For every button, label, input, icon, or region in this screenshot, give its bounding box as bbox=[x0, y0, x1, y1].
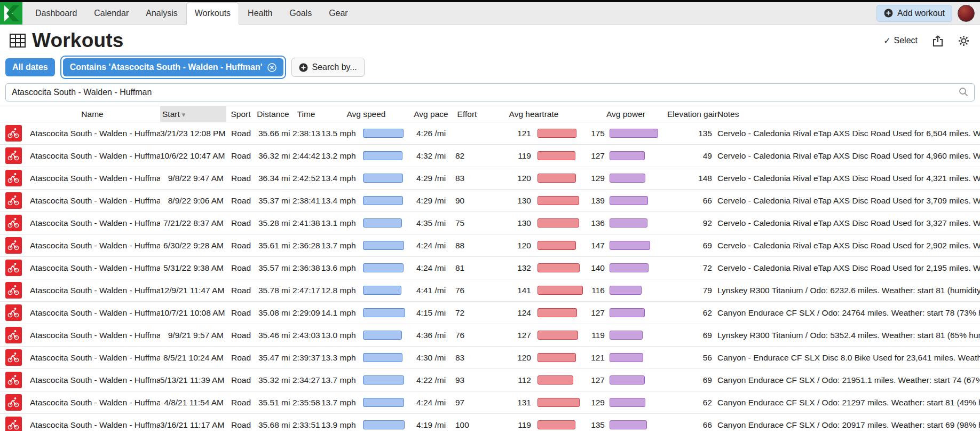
avg-power-value: 127 bbox=[584, 375, 605, 385]
avg-speed-value: 14.1 mph bbox=[321, 308, 353, 318]
workout-row[interactable]: Atascocita South - Walden - Huffman 8/9/… bbox=[0, 190, 980, 212]
col-header-avg-pace[interactable]: Avg pace bbox=[411, 106, 451, 122]
remove-filter-icon[interactable] bbox=[267, 63, 276, 72]
workout-row[interactable]: Atascocita South - Walden - Huffman 5/31… bbox=[0, 257, 980, 279]
workout-row[interactable]: Atascocita South - Walden - Huffman 9/8/… bbox=[0, 167, 980, 190]
top-navbar: DashboardCalendarAnalysisWorkoutsHealthG… bbox=[0, 2, 980, 25]
nav-tab-goals[interactable]: Goals bbox=[281, 2, 320, 25]
elevation-gain-value: 56 bbox=[667, 347, 715, 369]
col-header-effort[interactable]: Effort bbox=[451, 106, 483, 122]
workout-start: 12/9/21 11:47 AM bbox=[160, 279, 226, 302]
avg-heartrate-value: 120 bbox=[483, 241, 531, 250]
workout-start: 3/16/21 11:17 AM bbox=[160, 414, 226, 431]
avg-speed-bar bbox=[363, 398, 404, 407]
settings-button[interactable] bbox=[958, 35, 969, 46]
workout-sport: Road bbox=[226, 212, 255, 234]
col-header-elevation-gain[interactable]: Elevation gain bbox=[667, 106, 715, 122]
avg-heartrate-bar bbox=[538, 308, 577, 317]
workout-name[interactable]: Atascocita South - Walden - Huffman bbox=[25, 212, 160, 234]
contains-filter-chip[interactable]: Contains 'Atascocita South - Walden - Hu… bbox=[63, 58, 283, 76]
add-workout-label: Add workout bbox=[897, 9, 945, 18]
avg-heartrate-value: 120 bbox=[483, 353, 531, 363]
col-header-distance[interactable]: Distance bbox=[255, 106, 291, 122]
app-logo[interactable] bbox=[0, 2, 22, 25]
workout-notes: Cervelo - Caledonia Rival eTap AXS Disc … bbox=[715, 257, 980, 279]
cycling-icon bbox=[5, 417, 22, 431]
col-header-name[interactable]: Name bbox=[25, 106, 160, 122]
workout-row[interactable]: Atascocita South - Walden - Huffman 8/5/… bbox=[0, 347, 980, 369]
nav-tab-gear[interactable]: Gear bbox=[320, 2, 357, 25]
workout-row[interactable]: Atascocita South - Walden - Huffman 5/13… bbox=[0, 369, 980, 391]
col-header-start[interactable]: Start▾ bbox=[160, 106, 226, 122]
share-button[interactable] bbox=[932, 35, 943, 46]
avg-power-value: 119 bbox=[584, 331, 605, 340]
workout-name[interactable]: Atascocita South - Walden - Huffman bbox=[25, 190, 160, 212]
avg-power-bar bbox=[610, 286, 642, 295]
workout-name[interactable]: Atascocita South - Walden - Huffman bbox=[25, 122, 160, 145]
col-header-avg-speed[interactable]: Avg speed bbox=[321, 106, 411, 122]
avg-heartrate-bar bbox=[538, 420, 575, 429]
workout-row[interactable]: Atascocita South - Walden - Huffman 3/21… bbox=[0, 122, 980, 145]
workout-name[interactable]: Atascocita South - Walden - Huffman bbox=[25, 234, 160, 257]
workout-row[interactable]: Atascocita South - Walden - Huffman 4/8/… bbox=[0, 391, 980, 414]
avg-power-bar bbox=[610, 241, 650, 250]
avg-power-value: 135 bbox=[584, 420, 605, 430]
workout-name[interactable]: Atascocita South - Walden - Huffman bbox=[25, 167, 160, 190]
avg-heartrate-value: 124 bbox=[483, 308, 531, 318]
elevation-gain-value: 92 bbox=[667, 212, 715, 234]
workout-name[interactable]: Atascocita South - Walden - Huffman bbox=[25, 369, 160, 391]
workout-time: 2:43:03 bbox=[291, 324, 321, 347]
col-header-icon bbox=[0, 106, 25, 122]
avg-power-value: 147 bbox=[584, 241, 605, 250]
avg-heartrate-value: 127 bbox=[483, 331, 531, 340]
avg-pace-value: 4:32 /mi bbox=[411, 145, 451, 167]
workout-name[interactable]: Atascocita South - Walden - Huffman bbox=[25, 414, 160, 431]
avg-speed-value: 13.1 mph bbox=[321, 218, 353, 228]
workout-name[interactable]: Atascocita South - Walden - Huffman bbox=[25, 145, 160, 167]
col-header-sport[interactable]: Sport bbox=[226, 106, 255, 122]
workout-name[interactable]: Atascocita South - Walden - Huffman bbox=[25, 347, 160, 369]
nav-tab-calendar[interactable]: Calendar bbox=[85, 2, 137, 25]
workout-row[interactable]: Atascocita South - Walden - Huffman 3/16… bbox=[0, 414, 980, 431]
col-header-notes[interactable]: Notes bbox=[715, 106, 980, 122]
workout-name[interactable]: Atascocita South - Walden - Huffman bbox=[25, 279, 160, 302]
select-button[interactable]: ✓ Select bbox=[883, 36, 918, 46]
workout-row[interactable]: Atascocita South - Walden - Huffman 9/9/… bbox=[0, 324, 980, 347]
workout-distance: 35.57 mi bbox=[255, 257, 291, 279]
workout-time: 2:38:41 bbox=[291, 190, 321, 212]
nav-tab-health[interactable]: Health bbox=[239, 2, 281, 25]
col-header-time[interactable]: Time bbox=[291, 106, 321, 122]
workout-row[interactable]: Atascocita South - Walden - Huffman 7/21… bbox=[0, 212, 980, 234]
workout-row[interactable]: Atascocita South - Walden - Huffman 6/30… bbox=[0, 234, 980, 257]
nav-tab-analysis[interactable]: Analysis bbox=[137, 2, 186, 25]
search-by-button[interactable]: Search by... bbox=[291, 58, 365, 77]
cycling-icon bbox=[5, 349, 22, 366]
workout-name[interactable]: Atascocita South - Walden - Huffman bbox=[25, 391, 160, 414]
workout-name[interactable]: Atascocita South - Walden - Huffman bbox=[25, 324, 160, 347]
workout-name[interactable]: Atascocita South - Walden - Huffman bbox=[25, 257, 160, 279]
search-input[interactable] bbox=[5, 83, 975, 101]
elevation-gain-value: 66 bbox=[667, 414, 715, 431]
workout-notes: Canyon - Endurace CF SLX Disc 8.0 Bike U… bbox=[715, 347, 980, 369]
workout-row[interactable]: Atascocita South - Walden - Huffman 10/6… bbox=[0, 145, 980, 167]
workout-sport: Road bbox=[226, 302, 255, 324]
nav-tab-dashboard[interactable]: Dashboard bbox=[27, 2, 85, 25]
add-workout-button[interactable]: Add workout bbox=[876, 5, 952, 22]
workout-row[interactable]: Atascocita South - Walden - Huffman 12/9… bbox=[0, 279, 980, 302]
nav-tab-workouts[interactable]: Workouts bbox=[186, 2, 239, 25]
avg-speed-bar bbox=[363, 241, 404, 250]
avg-power-bar bbox=[610, 129, 658, 138]
col-header-avg-heartrate[interactable]: Avg heartrate bbox=[483, 106, 584, 122]
avg-heartrate-bar bbox=[538, 398, 580, 407]
col-header-avg-power[interactable]: Avg power bbox=[584, 106, 667, 122]
workout-time: 2:36:28 bbox=[291, 234, 321, 257]
workout-row[interactable]: Atascocita South - Walden - Huffman 10/7… bbox=[0, 302, 980, 324]
all-dates-filter-button[interactable]: All dates bbox=[5, 58, 55, 76]
workout-name[interactable]: Atascocita South - Walden - Huffman bbox=[25, 302, 160, 324]
workout-time: 2:34:27 bbox=[291, 369, 321, 391]
avg-pace-value: 4:22 /mi bbox=[411, 369, 451, 391]
avg-heartrate-bar bbox=[538, 196, 579, 205]
user-avatar[interactable] bbox=[958, 5, 975, 22]
workout-start: 8/5/21 10:24 AM bbox=[160, 347, 226, 369]
avg-pace-value: 4:26 /mi bbox=[411, 122, 451, 145]
